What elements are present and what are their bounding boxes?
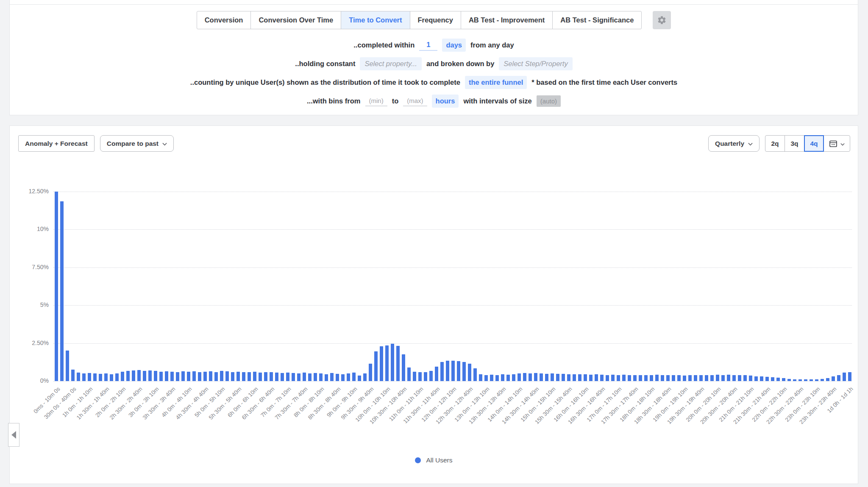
histogram-bar[interactable] xyxy=(77,373,80,381)
histogram-bar[interactable] xyxy=(303,373,306,381)
histogram-bar[interactable] xyxy=(479,374,482,381)
settings-button[interactable] xyxy=(653,11,671,29)
histogram-bar[interactable] xyxy=(209,371,212,381)
histogram-bar[interactable] xyxy=(132,370,135,381)
histogram-bar[interactable] xyxy=(468,364,471,381)
histogram-bar[interactable] xyxy=(104,373,108,381)
histogram-bar[interactable] xyxy=(275,373,278,381)
histogram-bar[interactable] xyxy=(187,372,190,381)
histogram-bar[interactable] xyxy=(314,373,317,381)
histogram-bar[interactable] xyxy=(413,372,416,381)
histogram-bar[interactable] xyxy=(484,375,488,381)
histogram-bar[interactable] xyxy=(810,379,813,381)
interval-dropdown-button[interactable]: Quarterly xyxy=(708,135,760,152)
tab-time-to-convert[interactable]: Time to Convert xyxy=(341,11,410,29)
histogram-bar[interactable] xyxy=(292,373,295,381)
histogram-bar[interactable] xyxy=(545,374,548,381)
histogram-bar[interactable] xyxy=(578,374,581,381)
tab-ab-test-improvement[interactable]: AB Test - Improvement xyxy=(461,11,553,29)
histogram-bar[interactable] xyxy=(462,362,466,381)
histogram-bar[interactable] xyxy=(181,371,185,381)
calendar-range-button[interactable] xyxy=(823,135,850,152)
range-2q-button[interactable]: 2q xyxy=(765,135,785,152)
histogram-bar[interactable] xyxy=(336,374,339,381)
histogram-bar[interactable] xyxy=(716,375,719,381)
select-step-property-dropdown[interactable]: Select Step/Property xyxy=(499,57,572,70)
tab-ab-test-significance[interactable]: AB Test - Significance xyxy=(552,11,642,29)
histogram-bar[interactable] xyxy=(832,376,835,381)
histogram-bar[interactable] xyxy=(380,346,383,381)
histogram-bar[interactable] xyxy=(567,374,570,381)
compare-to-past-button[interactable]: Compare to past xyxy=(100,135,174,152)
histogram-bar[interactable] xyxy=(214,372,218,381)
histogram-bar[interactable] xyxy=(595,374,598,381)
interval-size-input[interactable]: (auto) xyxy=(537,95,561,107)
histogram-bar[interactable] xyxy=(457,361,460,381)
histogram-bar[interactable] xyxy=(661,375,664,381)
histogram-bar[interactable] xyxy=(562,374,565,381)
tab-frequency[interactable]: Frequency xyxy=(410,11,461,29)
histogram-bar[interactable] xyxy=(804,379,807,381)
histogram-bar[interactable] xyxy=(787,379,791,381)
histogram-bar[interactable] xyxy=(534,373,537,381)
histogram-bar[interactable] xyxy=(363,373,367,381)
histogram-bar[interactable] xyxy=(473,368,477,381)
histogram-bar[interactable] xyxy=(749,376,752,381)
histogram-bar[interactable] xyxy=(710,375,714,381)
histogram-bar[interactable] xyxy=(512,374,515,381)
histogram-bar[interactable] xyxy=(126,371,130,381)
histogram-bar[interactable] xyxy=(677,375,681,381)
histogram-bar[interactable] xyxy=(176,372,179,381)
histogram-bar[interactable] xyxy=(424,372,427,381)
histogram-bar[interactable] xyxy=(628,375,631,381)
histogram-bar[interactable] xyxy=(699,375,703,381)
histogram-bar[interactable] xyxy=(765,377,769,381)
histogram-bar[interactable] xyxy=(253,372,256,381)
histogram-bar[interactable] xyxy=(523,373,526,381)
histogram-bar[interactable] xyxy=(798,379,802,381)
histogram-bar[interactable] xyxy=(270,372,273,381)
histogram-bar[interactable] xyxy=(192,371,196,381)
histogram-bar[interactable] xyxy=(721,375,725,381)
histogram-bar[interactable] xyxy=(281,373,284,381)
histogram-bar[interactable] xyxy=(71,370,75,381)
collapse-panel-handle[interactable] xyxy=(8,423,19,447)
histogram-bar[interactable] xyxy=(198,372,201,381)
histogram-bar[interactable] xyxy=(843,373,846,381)
histogram-bar[interactable] xyxy=(297,373,300,381)
bins-unit-selector[interactable]: hours xyxy=(432,95,459,108)
histogram-bar[interactable] xyxy=(644,375,648,381)
entire-funnel-selector[interactable]: the entire funnel xyxy=(465,76,527,89)
histogram-bar[interactable] xyxy=(606,375,609,381)
histogram-bar[interactable] xyxy=(600,375,604,381)
histogram-bar[interactable] xyxy=(672,375,675,381)
histogram-bar[interactable] xyxy=(782,378,785,381)
histogram-bar[interactable] xyxy=(655,375,659,381)
histogram-bar[interactable] xyxy=(622,375,626,381)
histogram-bar[interactable] xyxy=(115,373,119,381)
histogram-bar[interactable] xyxy=(165,371,168,381)
histogram-bar[interactable] xyxy=(435,367,438,381)
histogram-bar[interactable] xyxy=(396,346,400,381)
bins-min-input[interactable]: (min) xyxy=(365,96,387,106)
anomaly-forecast-button[interactable]: Anomaly + Forecast xyxy=(18,135,95,152)
histogram-bar[interactable] xyxy=(666,375,670,381)
histogram-bar[interactable] xyxy=(121,372,124,381)
histogram-bar[interactable] xyxy=(754,376,758,381)
histogram-bar[interactable] xyxy=(308,373,312,381)
histogram-bar[interactable] xyxy=(584,374,587,381)
histogram-bar[interactable] xyxy=(771,377,774,381)
histogram-bar[interactable] xyxy=(110,374,113,381)
histogram-bar[interactable] xyxy=(776,378,780,381)
histogram-bar[interactable] xyxy=(617,375,620,381)
histogram-bar[interactable] xyxy=(248,372,251,381)
histogram-bar[interactable] xyxy=(451,361,455,381)
histogram-bar[interactable] xyxy=(683,376,686,381)
histogram-bar[interactable] xyxy=(743,375,747,381)
histogram-bar[interactable] xyxy=(760,376,763,381)
histogram-bar[interactable] xyxy=(501,374,504,381)
histogram-bar[interactable] xyxy=(732,375,736,381)
histogram-bar[interactable] xyxy=(517,373,521,381)
histogram-bar[interactable] xyxy=(374,351,378,381)
bins-max-input[interactable]: (max) xyxy=(403,96,427,106)
